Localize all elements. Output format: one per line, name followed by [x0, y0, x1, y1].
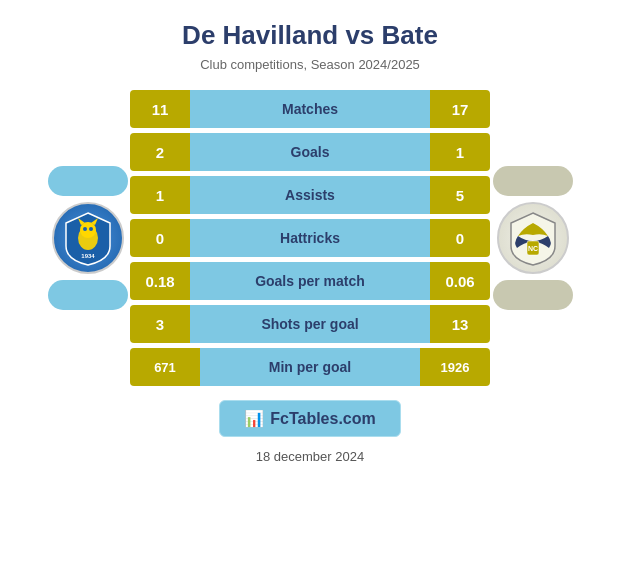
stat-row-assists: 1 Assists 5: [130, 176, 490, 214]
stat-label-goals-per-match: Goals per match: [190, 262, 430, 300]
stat-row-min-per-goal: 671 Min per goal 1926: [130, 348, 490, 386]
stat-label-matches: Matches: [190, 90, 430, 128]
main-content: 1934 11 Matches 17 2 Goals 1 1 Assists: [10, 90, 610, 386]
stat-right-goals: 1: [430, 133, 490, 171]
stat-left-assists: 1: [130, 176, 190, 214]
right-logo-area: NC: [493, 166, 573, 310]
left-pill-top: [48, 166, 128, 196]
right-team-logo: NC: [490, 166, 575, 310]
brand-box: 📊 FcTables.com: [219, 400, 401, 437]
stat-row-goals-per-match: 0.18 Goals per match 0.06: [130, 262, 490, 300]
stat-row-goals: 2 Goals 1: [130, 133, 490, 171]
stat-right-hattricks: 0: [430, 219, 490, 257]
stat-label-shots-per-goal: Shots per goal: [190, 305, 430, 343]
stat-right-shots-per-goal: 13: [430, 305, 490, 343]
svg-point-4: [83, 227, 87, 231]
stat-right-goals-per-match: 0.06: [430, 262, 490, 300]
stat-right-min-per-goal: 1926: [420, 348, 490, 386]
stat-left-matches: 11: [130, 90, 190, 128]
stat-left-goals: 2: [130, 133, 190, 171]
footer-date: 18 december 2024: [256, 449, 364, 464]
stat-label-assists: Assists: [190, 176, 430, 214]
match-subtitle: Club competitions, Season 2024/2025: [200, 57, 420, 72]
brand-text: FcTables.com: [270, 410, 376, 428]
stat-row-shots-per-goal: 3 Shots per goal 13: [130, 305, 490, 343]
right-pill-bottom: [493, 280, 573, 310]
stat-label-min-per-goal: Min per goal: [200, 348, 420, 386]
stat-label-hattricks: Hattricks: [190, 219, 430, 257]
match-title: De Havilland vs Bate: [182, 20, 438, 51]
stat-left-hattricks: 0: [130, 219, 190, 257]
right-logo-circle: NC: [497, 202, 569, 274]
svg-point-1: [80, 222, 96, 238]
left-pill-bottom: [48, 280, 128, 310]
right-crest-svg: NC: [503, 208, 563, 268]
stats-table: 11 Matches 17 2 Goals 1 1 Assists 5 0 Ha…: [130, 90, 490, 386]
stat-right-assists: 5: [430, 176, 490, 214]
left-logo-area: 1934: [48, 166, 128, 310]
stat-left-min-per-goal: 671: [130, 348, 200, 386]
left-team-logo: 1934: [45, 166, 130, 310]
brand-icon: 📊: [244, 409, 264, 428]
stat-left-goals-per-match: 0.18: [130, 262, 190, 300]
stat-row-matches: 11 Matches 17: [130, 90, 490, 128]
stat-label-goals: Goals: [190, 133, 430, 171]
svg-text:NC: NC: [527, 245, 537, 252]
svg-point-5: [89, 227, 93, 231]
left-crest-svg: 1934: [58, 208, 118, 268]
svg-text:1934: 1934: [81, 253, 95, 259]
page-container: De Havilland vs Bate Club competitions, …: [0, 0, 620, 580]
stat-left-shots-per-goal: 3: [130, 305, 190, 343]
left-logo-circle: 1934: [52, 202, 124, 274]
stat-row-hattricks: 0 Hattricks 0: [130, 219, 490, 257]
right-pill-top: [493, 166, 573, 196]
stat-right-matches: 17: [430, 90, 490, 128]
